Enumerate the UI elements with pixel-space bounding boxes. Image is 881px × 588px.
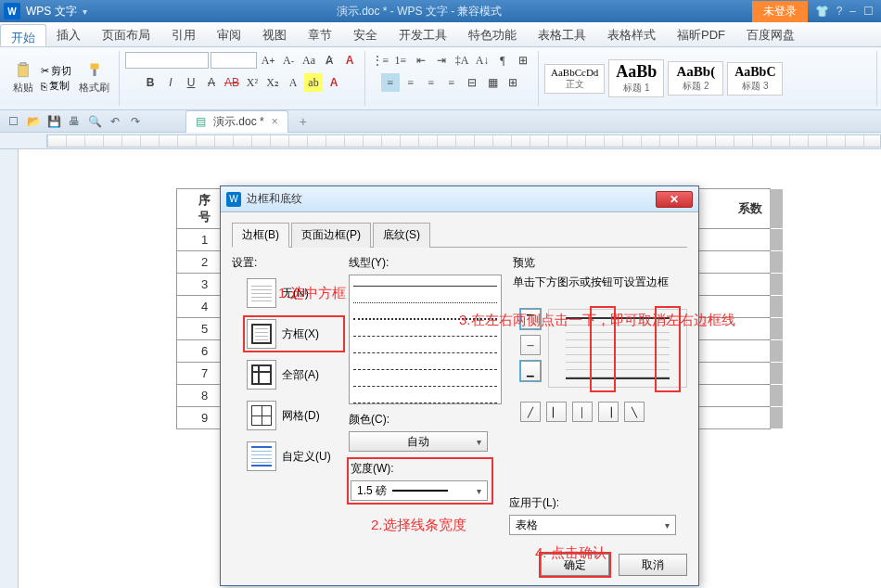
tab-feature[interactable]: 特色功能 <box>458 22 528 46</box>
setting-grid[interactable]: 网格(D) <box>245 399 343 432</box>
width-select[interactable]: 1.5 磅 <box>351 480 488 501</box>
paste-button[interactable]: 粘贴 <box>9 60 37 96</box>
setting-custom[interactable]: 自定义(U) <box>245 440 343 473</box>
italic-button[interactable]: I <box>161 73 180 92</box>
tab-baidu[interactable]: 百度网盘 <box>736 22 806 46</box>
line-option[interactable] <box>353 279 497 292</box>
maximize-icon[interactable]: ☐ <box>863 5 874 18</box>
dlg-tab-border[interactable]: 边框(B) <box>232 223 289 248</box>
style-h3[interactable]: AaBbC标题 3 <box>727 62 783 96</box>
linespace-button[interactable]: ‡A <box>453 51 471 70</box>
line-option[interactable] <box>353 396 497 404</box>
tab-review[interactable]: 审阅 <box>207 22 252 46</box>
style-h1[interactable]: AaBb标题 1 <box>608 59 664 97</box>
minimize-icon[interactable]: – <box>849 5 856 18</box>
line-option[interactable] <box>353 329 497 342</box>
document-tab[interactable]: ▤ 演示.doc * × <box>185 110 288 133</box>
distribute-button[interactable]: ⊟ <box>463 73 481 92</box>
open-icon[interactable]: 📂 <box>26 114 41 129</box>
copy-button[interactable]: ⎘复制 <box>41 79 71 93</box>
highlight-button[interactable]: ab <box>304 73 323 92</box>
redo-icon[interactable]: ↷ <box>128 114 143 129</box>
tab-dev[interactable]: 开发工具 <box>389 22 458 46</box>
bullets-button[interactable]: ⋮≡ <box>371 51 389 70</box>
clear-format-button[interactable]: A̷ <box>320 51 338 70</box>
tab-layout[interactable]: 页面布局 <box>92 22 161 46</box>
border-button[interactable]: ⊞ <box>504 73 522 92</box>
help-icon[interactable]: ? <box>836 5 843 18</box>
cut-button[interactable]: ✂剪切 <box>41 64 71 78</box>
align-left-button[interactable]: ≡ <box>381 73 400 92</box>
tshirt-icon[interactable]: 👕 <box>815 5 829 18</box>
font-color-button[interactable]: A <box>325 73 343 92</box>
save-icon[interactable]: 💾 <box>46 114 61 129</box>
ribbon-styles: AaBbCcDd正文 AaBb标题 1 AaBb(标题 2 AaBbC标题 3 <box>539 51 877 106</box>
tab-start[interactable]: 开始 <box>0 24 46 46</box>
applyto-select[interactable]: 表格 <box>509 515 676 535</box>
showmarks-button[interactable]: ¶ <box>493 51 512 70</box>
pv-border-left-button[interactable]: ▏ <box>546 402 567 422</box>
tab-tablestyle[interactable]: 表格样式 <box>597 22 667 46</box>
shrink-font-button[interactable]: A- <box>279 51 298 70</box>
cancel-button[interactable]: 取消 <box>619 554 687 576</box>
line-option[interactable] <box>353 363 497 376</box>
font-color2-button[interactable]: A <box>340 51 359 70</box>
horizontal-ruler[interactable] <box>46 134 881 147</box>
tab-view[interactable]: 视图 <box>252 22 298 46</box>
new-icon[interactable]: ☐ <box>6 114 20 129</box>
subscript-button[interactable]: X₂ <box>263 73 282 92</box>
login-button[interactable]: 未登录 <box>752 1 808 22</box>
tab-tabletools[interactable]: 表格工具 <box>528 22 597 46</box>
line-option[interactable] <box>353 346 497 359</box>
undo-icon[interactable]: ↶ <box>108 114 122 129</box>
preview-icon[interactable]: 🔍 <box>87 114 102 129</box>
tab-insert[interactable]: 插入 <box>46 22 92 46</box>
emphasis-button[interactable]: A <box>284 73 302 92</box>
close-tab-icon[interactable]: × <box>272 115 278 128</box>
pv-border-hmid-button[interactable]: ─ <box>520 335 541 355</box>
pv-border-bottom-button[interactable]: ▁ <box>520 361 541 381</box>
style-h2[interactable]: AaBb(标题 2 <box>668 61 723 96</box>
pv-diag2-button[interactable]: ╲ <box>624 402 645 422</box>
dialog-close-button[interactable]: ✕ <box>656 191 693 208</box>
pv-border-vmid-button[interactable]: │ <box>572 402 593 422</box>
font-size-select[interactable] <box>211 52 257 69</box>
align-right-button[interactable]: ≡ <box>422 73 440 92</box>
superscript-button[interactable]: X² <box>243 73 262 92</box>
strike2-button[interactable]: AB <box>223 73 241 92</box>
numbering-button[interactable]: 1≡ <box>391 51 410 70</box>
linetype-list[interactable] <box>349 275 502 404</box>
tab-reference[interactable]: 引用 <box>161 22 207 46</box>
setting-box[interactable]: 方框(X) <box>245 317 343 351</box>
strike-button[interactable]: A <box>202 73 221 92</box>
pv-diag1-button[interactable]: ╱ <box>520 402 541 422</box>
pv-border-right-button[interactable]: ▕ <box>598 402 619 422</box>
print-icon[interactable]: 🖶 <box>67 114 82 129</box>
indent-right-button[interactable]: ⇥ <box>432 51 451 70</box>
dialog-titlebar[interactable]: W 边框和底纹 ✕ <box>221 186 698 212</box>
font-family-select[interactable] <box>125 52 209 69</box>
vertical-ruler[interactable] <box>0 149 19 588</box>
color-select[interactable]: 自动 <box>349 431 488 452</box>
dlg-tab-pageborder[interactable]: 页面边框(P) <box>291 223 371 248</box>
dlg-tab-shading[interactable]: 底纹(S) <box>373 223 430 248</box>
line-option[interactable] <box>353 379 497 392</box>
tab-security[interactable]: 安全 <box>343 22 389 46</box>
new-tab-button[interactable]: + <box>300 114 307 129</box>
tab-chapter[interactable]: 章节 <box>298 22 343 46</box>
shading-button[interactable]: ▦ <box>483 73 502 92</box>
grow-font-button[interactable]: A+ <box>259 51 277 70</box>
style-normal[interactable]: AaBbCcDd正文 <box>544 64 605 94</box>
change-case-button[interactable]: Aa <box>300 51 318 70</box>
formatpainter-button[interactable]: 格式刷 <box>75 60 113 96</box>
sort-button[interactable]: A↓ <box>473 51 492 70</box>
bold-button[interactable]: B <box>141 73 160 92</box>
underline-button[interactable]: U <box>182 73 200 92</box>
align-justify-button[interactable]: ≡ <box>442 73 461 92</box>
align-center-button[interactable]: ≡ <box>402 73 420 92</box>
tab-foxit[interactable]: 福昕PDF <box>667 22 736 46</box>
line-option[interactable] <box>353 296 497 309</box>
tabs-button[interactable]: ⊞ <box>514 51 532 70</box>
setting-all[interactable]: 全部(A) <box>245 358 343 391</box>
indent-left-button[interactable]: ⇤ <box>412 51 430 70</box>
